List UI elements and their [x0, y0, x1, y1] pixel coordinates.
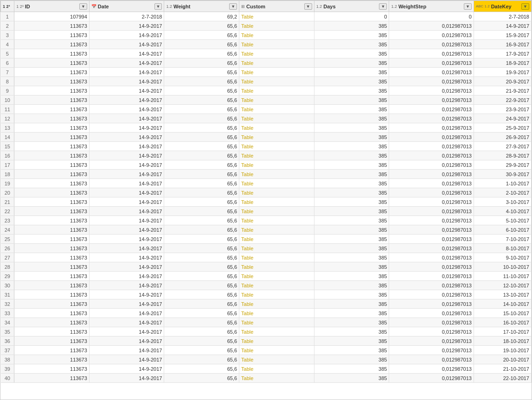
cell-date: 14-9-2017 — [89, 188, 164, 197]
cell-custom[interactable]: Table — [239, 160, 314, 170]
cell-weight: 65,6 — [164, 337, 239, 346]
cell-custom[interactable]: Table — [239, 337, 314, 346]
cell-custom[interactable]: Table — [239, 68, 314, 77]
cell-datekey: 19-10-2017 — [474, 346, 531, 355]
cell-weight: 65,6 — [164, 197, 239, 207]
cell-weightstep: 0,012987013 — [389, 123, 474, 133]
cell-custom[interactable]: Table — [239, 374, 314, 383]
cell-custom[interactable]: Table — [239, 318, 314, 327]
cell-days: 385 — [314, 299, 389, 309]
cell-weightstep: 0,012987013 — [389, 309, 474, 318]
cell-custom[interactable]: Table — [239, 49, 314, 58]
date-filter-button[interactable]: ▼ — [154, 3, 162, 10]
cell-days: 385 — [314, 290, 389, 299]
id-filter-button[interactable]: ▼ — [79, 3, 87, 10]
cell-id: 113673 — [14, 337, 90, 346]
cell-custom[interactable]: Table — [239, 364, 314, 374]
cell-custom[interactable]: Table — [239, 309, 314, 318]
cell-id: 113673 — [14, 31, 90, 40]
wstep-filter-button[interactable]: ▼ — [464, 3, 472, 10]
cell-custom[interactable]: Table — [239, 327, 314, 337]
cell-rownum: 29 — [1, 272, 14, 281]
header-weightstep-label: WeightStep — [398, 4, 426, 9]
cell-weightstep: 0,012987013 — [389, 188, 474, 197]
cell-weight: 65,6 — [164, 151, 239, 160]
table-row: 16 113673 14-9-2017 65,6 Table 385 0,012… — [1, 151, 532, 160]
table-row: 4 113673 14-9-2017 65,6 Table 385 0,0129… — [1, 40, 532, 49]
cell-custom[interactable]: Table — [239, 105, 314, 114]
cell-weightstep: 0,012987013 — [389, 364, 474, 374]
cell-custom[interactable]: Table — [239, 123, 314, 133]
cell-days: 385 — [314, 160, 389, 170]
cell-rownum: 10 — [1, 95, 14, 105]
cell-custom[interactable]: Table — [239, 77, 314, 86]
cell-custom[interactable]: Table — [239, 262, 314, 272]
cell-datekey: 1-10-2017 — [474, 179, 531, 188]
cell-custom[interactable]: Table — [239, 86, 314, 95]
header-weight-label: Weight — [173, 4, 190, 9]
cell-weight: 65,6 — [164, 21, 239, 31]
cell-custom[interactable]: Table — [239, 290, 314, 299]
cell-custom[interactable]: Table — [239, 21, 314, 31]
cell-custom[interactable]: Table — [239, 95, 314, 105]
cell-custom[interactable]: Table — [239, 225, 314, 235]
cell-custom[interactable]: Table — [239, 281, 314, 290]
cell-custom[interactable]: Table — [239, 133, 314, 142]
cell-rownum: 40 — [1, 374, 14, 383]
cell-custom[interactable]: Table — [239, 355, 314, 364]
datekey-type-icon: ABC 1.2 — [476, 4, 490, 8]
cell-date: 14-9-2017 — [89, 160, 164, 170]
table-row: 10 113673 14-9-2017 65,6 Table 385 0,012… — [1, 95, 532, 105]
cell-weight: 69,2 — [164, 12, 239, 21]
cell-weightstep: 0,012987013 — [389, 179, 474, 188]
cell-id: 113673 — [14, 309, 90, 318]
cell-custom[interactable]: Table — [239, 216, 314, 225]
custom-filter-button[interactable]: ▼ — [304, 3, 312, 10]
datekey-filter-button[interactable]: ▼ — [521, 3, 529, 10]
cell-custom[interactable]: Table — [239, 235, 314, 244]
cell-custom[interactable]: Table — [239, 244, 314, 253]
cell-id: 113673 — [14, 123, 90, 133]
cell-weight: 65,6 — [164, 58, 239, 68]
cell-date: 14-9-2017 — [89, 318, 164, 327]
cell-custom[interactable]: Table — [239, 207, 314, 216]
cell-weight: 65,6 — [164, 262, 239, 272]
cell-custom[interactable]: Table — [239, 197, 314, 207]
cell-custom[interactable]: Table — [239, 188, 314, 197]
cell-id: 113673 — [14, 77, 90, 86]
cell-custom[interactable]: Table — [239, 31, 314, 40]
cell-custom[interactable]: Table — [239, 114, 314, 123]
cell-weight: 65,6 — [164, 179, 239, 188]
cell-custom[interactable]: Table — [239, 170, 314, 179]
cell-weight: 65,6 — [164, 355, 239, 364]
cell-rownum: 20 — [1, 188, 14, 197]
cell-days: 385 — [314, 374, 389, 383]
cell-id: 113673 — [14, 188, 90, 197]
cell-weightstep: 0,012987013 — [389, 337, 474, 346]
cell-date: 14-9-2017 — [89, 244, 164, 253]
cell-custom[interactable]: Table — [239, 151, 314, 160]
cell-id: 113673 — [14, 327, 90, 337]
cell-custom[interactable]: Table — [239, 346, 314, 355]
cell-custom[interactable]: Table — [239, 272, 314, 281]
cell-weight: 65,6 — [164, 346, 239, 355]
weight-filter-button[interactable]: ▼ — [229, 3, 237, 10]
days-filter-button[interactable]: ▼ — [379, 3, 387, 10]
cell-custom[interactable]: Table — [239, 179, 314, 188]
cell-days: 385 — [314, 142, 389, 151]
cell-rownum: 26 — [1, 244, 14, 253]
cell-datekey: 22-10-2017 — [474, 374, 531, 383]
cell-custom[interactable]: Table — [239, 142, 314, 151]
cell-custom[interactable]: Table — [239, 40, 314, 49]
table-row: 15 113673 14-9-2017 65,6 Table 385 0,012… — [1, 142, 532, 151]
cell-custom[interactable]: Table — [239, 299, 314, 309]
cell-rownum: 7 — [1, 68, 14, 77]
cell-rownum: 6 — [1, 58, 14, 68]
table-row: 13 113673 14-9-2017 65,6 Table 385 0,012… — [1, 123, 532, 133]
cell-custom[interactable]: Table — [239, 253, 314, 262]
cell-custom[interactable]: Table — [239, 12, 314, 21]
cell-custom[interactable]: Table — [239, 58, 314, 68]
cell-rownum: 15 — [1, 142, 14, 151]
cell-datekey: 3-10-2017 — [474, 197, 531, 207]
table-row: 3 113673 14-9-2017 65,6 Table 385 0,0129… — [1, 31, 532, 40]
